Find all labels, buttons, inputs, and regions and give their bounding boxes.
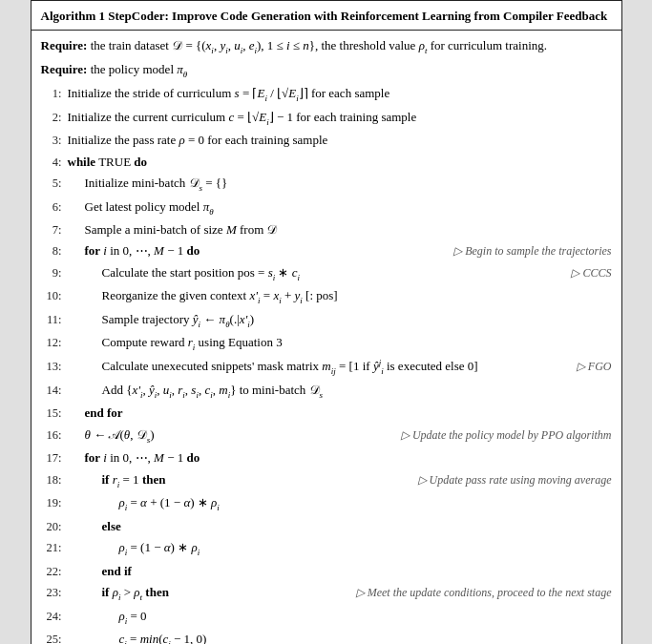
- algo-line-6: 6: Get latest policy model πθ: [41, 197, 612, 220]
- algorithm-box: Algorithm 1 StepCoder: Improve Code Gene…: [31, 0, 622, 644]
- algo-line-3: 3: Initialize the pass rate ρ = 0 for ea…: [41, 130, 612, 151]
- algo-line-22: 22: end if: [41, 561, 612, 582]
- require1-label: Require:: [41, 38, 88, 52]
- algo-body: Require: the train dataset 𝒟 = {(xi, yi,…: [32, 31, 621, 644]
- require1-text: the train dataset 𝒟 = {(xi, yi, ui, ei),…: [91, 38, 547, 52]
- algo-line-8: 8: for i in 0, ⋯, M − 1 do ▷ Begin to sa…: [41, 240, 612, 261]
- algo-header: Algorithm 1 StepCoder: Improve Code Gene…: [32, 1, 621, 31]
- algo-line-12: 12: Compute reward ri using Equation 3: [41, 332, 612, 356]
- algo-line-10: 10: Reorganize the given context x'i = x…: [41, 285, 612, 309]
- algo-line-7: 7: Sample a mini-batch of size M from 𝒟: [41, 219, 612, 240]
- algo-line-1: 1: Initialize the stride of curriculum s…: [41, 83, 612, 107]
- algo-line-21: 21: ρi = (1 − α) ∗ ρi: [41, 537, 612, 561]
- algo-line-20: 20: else: [41, 516, 612, 537]
- algo-line-16: 16: θ ← 𝒜(θ, 𝒟s) ▷ Update the policy mod…: [41, 425, 612, 448]
- algo-line-23: 23: if ρi > ρt then ▷ Meet the update co…: [41, 582, 612, 606]
- algo-line-17: 17: for i in 0, ⋯, M − 1 do: [41, 447, 612, 468]
- algo-line-15: 15: end for: [41, 403, 612, 424]
- require2-text: the policy model πθ: [91, 62, 188, 76]
- algo-line-25: 25: ci = min(ci − 1, 0): [41, 629, 612, 644]
- algo-title-num: Algorithm 1: [41, 9, 106, 23]
- algo-title: Algorithm 1 StepCoder: Improve Code Gene…: [41, 9, 608, 23]
- require-line-1: Require: the train dataset 𝒟 = {(xi, yi,…: [41, 36, 612, 58]
- algo-line-5: 5: Initialize mini-batch 𝒟s = {}: [41, 173, 612, 197]
- algo-line-4: 4: while TRUE do: [41, 152, 612, 173]
- algo-line-18: 18: if ri = 1 then ▷ Update pass rate us…: [41, 469, 612, 493]
- algo-line-9: 9: Calculate the start position pos = si…: [41, 262, 612, 286]
- require2-label: Require:: [41, 62, 88, 76]
- algo-title-desc: StepCoder: Improve Code Generation with …: [108, 9, 607, 23]
- algo-line-19: 19: ρi = α + (1 − α) ∗ ρi: [41, 492, 612, 516]
- algo-line-24: 24: ρi = 0: [41, 606, 612, 630]
- algo-line-13: 13: Calculate unexecuted snippets' mask …: [41, 356, 612, 380]
- algo-line-11: 11: Sample trajectory ŷi ← πθ(.|x'i): [41, 309, 612, 333]
- algo-line-14: 14: Add {x'i, ŷi, ui, ri, si, ci, mi} to…: [41, 380, 612, 404]
- algo-line-2: 2: Initialize the current curriculum c =…: [41, 107, 612, 131]
- require-line-2: Require: the policy model πθ: [41, 60, 612, 82]
